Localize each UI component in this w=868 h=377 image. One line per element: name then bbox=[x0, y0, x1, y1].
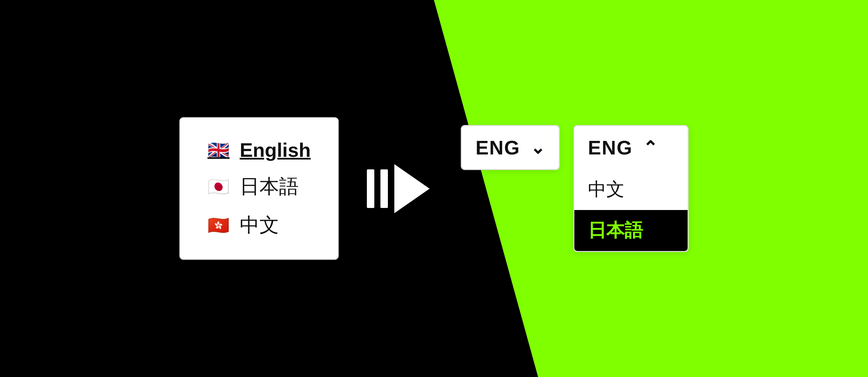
svg-rect-0 bbox=[366, 168, 375, 209]
flag-uk: 🇬🇧 bbox=[208, 141, 230, 159]
language-label-english: English bbox=[240, 139, 311, 161]
fast-forward-arrow-icon bbox=[366, 158, 434, 219]
flag-japan: 🇯🇵 bbox=[208, 178, 230, 195]
dropdown-expanded: ENG ⌃ 中文 日本語 bbox=[573, 125, 689, 252]
svg-rect-1 bbox=[379, 168, 389, 209]
language-label-japanese: 日本語 bbox=[240, 173, 299, 200]
list-item[interactable]: 🇭🇰 中文 bbox=[208, 212, 311, 238]
dropdown-option-chinese[interactable]: 中文 bbox=[574, 169, 688, 210]
dropdown-expanded-header[interactable]: ENG ⌃ bbox=[574, 126, 688, 169]
dropdown-collapsed-label: ENG bbox=[475, 136, 520, 159]
dropdowns-container: ENG ⌄ ENG ⌃ 中文 日本語 bbox=[461, 125, 689, 252]
chevron-up-icon: ⌃ bbox=[643, 139, 658, 156]
main-content: 🇬🇧 English 🇯🇵 日本語 🇭🇰 中文 ENG ⌄ bbox=[0, 0, 868, 377]
dropdown-option-japanese[interactable]: 日本語 bbox=[574, 210, 688, 251]
dropdown-options-list: 中文 日本語 bbox=[574, 169, 688, 251]
dropdown-expanded-label: ENG bbox=[588, 136, 633, 159]
language-list-panel: 🇬🇧 English 🇯🇵 日本語 🇭🇰 中文 bbox=[179, 117, 339, 260]
flag-hk: 🇭🇰 bbox=[208, 216, 230, 234]
language-label-chinese: 中文 bbox=[240, 212, 279, 238]
list-item[interactable]: 🇯🇵 日本語 bbox=[208, 173, 311, 200]
list-item[interactable]: 🇬🇧 English bbox=[208, 139, 311, 161]
chevron-down-icon: ⌄ bbox=[530, 139, 545, 156]
dropdown-collapsed[interactable]: ENG ⌄ bbox=[461, 125, 560, 170]
